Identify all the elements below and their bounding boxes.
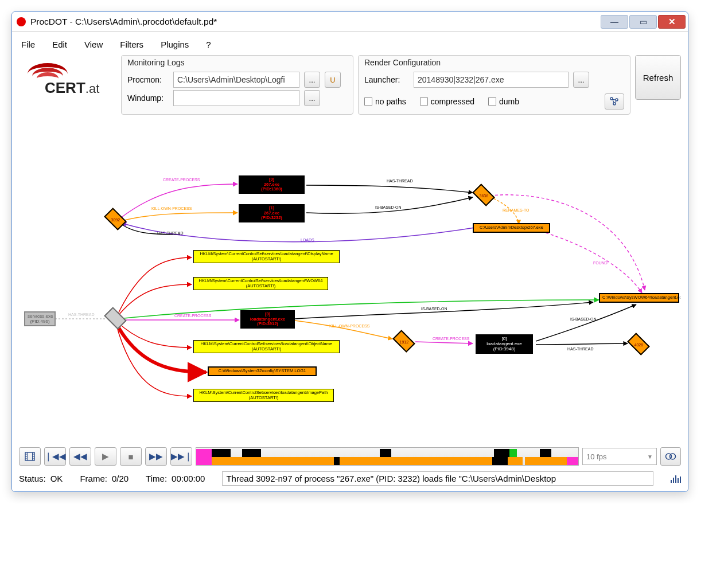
fps-value: 10 fps — [586, 452, 606, 461]
frame-label: Frame: — [80, 474, 107, 483]
maximize-button[interactable]: ▭ — [629, 15, 657, 29]
graph-layout-button[interactable] — [605, 93, 624, 110]
film-button[interactable] — [19, 447, 41, 466]
launcher-browse-button[interactable]: ... — [573, 72, 589, 88]
render-config-group: Render Configuration Launcher: ... no pa… — [358, 55, 630, 115]
menu-filters[interactable]: Filters — [120, 40, 143, 49]
svg-text:CREATE-PROCESS: CREATE-PROCESS — [433, 337, 470, 341]
window-title: ProcDOT - C:\Users\Admin\.procdot\defaul… — [30, 17, 601, 27]
graph-canvas[interactable]: CREATE-PROCESS KILL-OWN-PROCESS HAS-THRE… — [19, 120, 681, 442]
node-reg-imagepath[interactable]: HKLM\System\CurrentControlSet\services\l… — [193, 389, 334, 402]
procmon-u-button[interactable]: U — [325, 72, 341, 88]
svg-point-28 — [670, 454, 676, 459]
svg-text:FOUND: FOUND — [593, 261, 608, 265]
svg-text:IS-BASED-ON: IS-BASED-ON — [570, 317, 597, 321]
graph-edges: CREATE-PROCESS KILL-OWN-PROCESS HAS-THRE… — [20, 121, 680, 441]
node-file-desktop[interactable]: C:\Users\Admin\Desktop\267.exe — [473, 223, 550, 233]
close-button[interactable]: ✕ — [658, 15, 686, 29]
svg-text:HAS-THREAD: HAS-THREAD — [567, 347, 594, 351]
no-paths-checkbox[interactable]: no paths — [364, 97, 406, 106]
node-loadaux[interactable]: [0]loadatangent.exe(PID:3912) — [240, 310, 295, 329]
menu-bar: File Edit View Filters Plugins ? — [19, 36, 681, 55]
time-label: Time: — [146, 474, 167, 483]
checkbox-icon — [488, 97, 496, 106]
time-value: 00:00:00 — [172, 474, 205, 483]
checkbox-icon — [420, 97, 428, 106]
svg-point-2 — [613, 103, 616, 105]
checkbox-icon — [364, 97, 372, 106]
svg-point-0 — [610, 97, 613, 100]
node-267-a[interactable]: [0]267.exe(PID:1360) — [239, 175, 305, 194]
film-icon — [25, 452, 35, 461]
skip-start-button[interactable]: ❘◀◀ — [44, 447, 66, 466]
svg-text:KILL-OWN-PROCESS: KILL-OWN-PROCESS — [329, 324, 370, 328]
frame-value: 0/20 — [112, 474, 129, 483]
svg-text:HAS-THREAD: HAS-THREAD — [157, 231, 184, 235]
graph-layout-icon — [610, 97, 619, 106]
loop-icon — [665, 452, 676, 460]
menu-plugins[interactable]: Plugins — [161, 40, 189, 49]
procmon-input[interactable] — [173, 72, 299, 88]
window-controls: — ▭ ✕ — [601, 15, 686, 29]
svg-text:IS-BASED-ON: IS-BASED-ON — [375, 205, 402, 209]
record-icon — [17, 17, 26, 26]
chevron-down-icon: ▼ — [647, 454, 653, 460]
status-message: Thread 3092-n97 of process "267.exe" (PI… — [222, 471, 653, 486]
svg-text:CREATE-PROCESS: CREATE-PROCESS — [163, 178, 200, 182]
cert-logo: CERT.at — [19, 55, 116, 112]
node-reg-displayname[interactable]: HKLM\System\CurrentControlSet\services\l… — [193, 250, 340, 263]
top-controls: CERT.at Monitoring Logs Procmon: ... U W… — [19, 55, 681, 115]
windump-label: Windump: — [127, 93, 169, 103]
procmon-browse-button[interactable]: ... — [304, 72, 320, 88]
render-config-title: Render Configuration — [364, 58, 624, 69]
node-reg-wow64[interactable]: HKLM\System\CurrentControlSet\services\l… — [193, 277, 328, 290]
svg-text:CREATE-PROCESS: CREATE-PROCESS — [174, 314, 212, 318]
forward-button[interactable]: ▶▶ — [145, 447, 167, 466]
launcher-input[interactable] — [414, 72, 569, 88]
menu-help[interactable]: ? — [206, 40, 211, 49]
fps-selector[interactable]: 10 fps ▼ — [582, 448, 657, 465]
minimize-button[interactable]: — — [601, 15, 628, 29]
node-file-syswow[interactable]: C:\Windows\SysWOW64\loadatangent.exe — [599, 293, 679, 303]
app-window: ProcDOT - C:\Users\Admin\.procdot\defaul… — [11, 11, 688, 492]
stats-icon — [671, 475, 682, 483]
refresh-button[interactable]: Refresh — [635, 55, 681, 100]
skip-end-button[interactable]: ▶▶❘ — [170, 447, 192, 466]
svg-point-1 — [616, 99, 618, 101]
menu-file[interactable]: File — [21, 40, 35, 49]
svg-text:HAS-THREAD: HAS-THREAD — [68, 313, 95, 317]
playback-bar: ❘◀◀ ◀◀ ▶ ■ ▶▶ ▶▶❘ — [19, 447, 681, 466]
node-services[interactable]: services.exe(PID:496) — [24, 311, 56, 326]
procmon-label: Procmon: — [127, 75, 169, 84]
launcher-label: Launcher: — [364, 75, 409, 84]
menu-view[interactable]: View — [84, 40, 103, 49]
svg-text:IS-BASED-ON: IS-BASED-ON — [421, 307, 447, 311]
status-label: Status: — [19, 474, 46, 483]
windump-input[interactable] — [173, 90, 299, 106]
logo-text: CERT.at — [45, 79, 99, 97]
node-loadaux2[interactable]: [0]loadatangent.exe(PID:3948) — [476, 334, 533, 354]
status-bar: Status: OK Frame: 0/20 Time: 00:00:00 Th… — [19, 466, 681, 486]
node-267-b[interactable]: [1]267.exe(PID:3232) — [239, 204, 305, 222]
status-value: OK — [50, 474, 63, 483]
node-reg-objectname[interactable]: HKLM\System\CurrentControlSet\services\l… — [193, 340, 340, 353]
svg-text:HAS-THREAD: HAS-THREAD — [387, 179, 413, 183]
monitoring-logs-title: Monitoring Logs — [127, 58, 347, 69]
windump-browse-button[interactable]: ... — [304, 90, 320, 106]
rewind-button[interactable]: ◀◀ — [69, 447, 91, 466]
dumb-checkbox[interactable]: dumb — [488, 97, 519, 106]
svg-text:LOADS: LOADS — [301, 238, 314, 242]
monitoring-logs-group: Monitoring Logs Procmon: ... U Windump: … — [121, 55, 353, 115]
timeline[interactable] — [196, 447, 579, 466]
compressed-checkbox[interactable]: compressed — [420, 97, 474, 106]
stop-button[interactable]: ■ — [120, 447, 142, 466]
svg-text:RENAMES-TO: RENAMES-TO — [503, 208, 530, 212]
play-button[interactable]: ▶ — [95, 447, 116, 466]
menu-edit[interactable]: Edit — [52, 40, 67, 49]
node-file-syslog[interactable]: C:\Windows\System32\config\SYSTEM.LOG1 — [208, 366, 317, 376]
loop-button[interactable] — [660, 447, 681, 466]
titlebar: ProcDOT - C:\Users\Admin\.procdot\defaul… — [12, 12, 688, 32]
svg-text:KILL-OWN-PROCESS: KILL-OWN-PROCESS — [151, 206, 192, 210]
